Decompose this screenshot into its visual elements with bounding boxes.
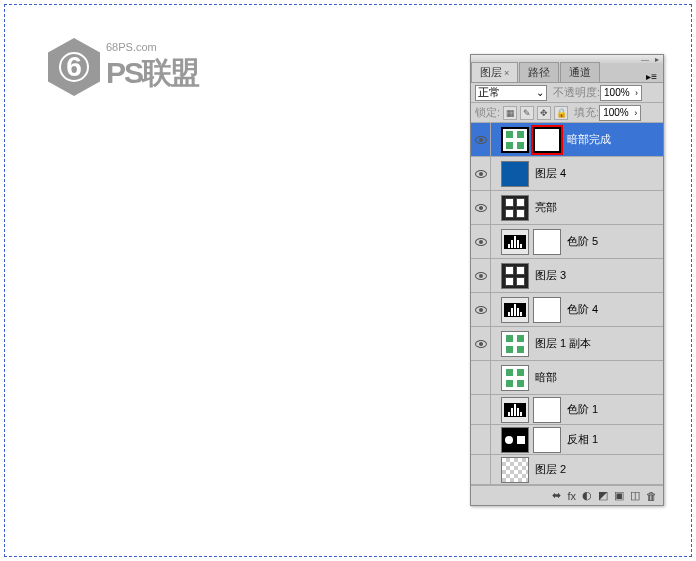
visibility-toggle[interactable] xyxy=(471,225,491,258)
logo-url: 68PS.com xyxy=(106,41,198,53)
eye-icon xyxy=(475,238,487,246)
layer-row[interactable]: 暗部完成 xyxy=(471,123,663,157)
panel-menu-icon[interactable]: ▸≡ xyxy=(640,71,663,82)
layer-thumbnail[interactable] xyxy=(501,365,529,391)
layer-mask-thumbnail[interactable] xyxy=(533,229,561,255)
visibility-toggle[interactable] xyxy=(471,157,491,190)
eye-icon xyxy=(475,170,487,178)
eye-icon xyxy=(475,204,487,212)
layer-name-label[interactable]: 暗部 xyxy=(535,370,557,385)
layer-row[interactable]: 色阶 4 xyxy=(471,293,663,327)
layers-footer: ⬌ fx ◐ ◩ ▣ ◫ 🗑 xyxy=(471,485,663,505)
layer-row[interactable]: 色阶 5 xyxy=(471,225,663,259)
visibility-toggle[interactable] xyxy=(471,327,491,360)
lock-fill-row: 锁定: ▦ ✎ ✥ 🔒 填充: 100% xyxy=(471,103,663,123)
lock-icons: ▦ ✎ ✥ 🔒 xyxy=(503,106,568,120)
blend-opacity-row: 正常 不透明度: 100% xyxy=(471,83,663,103)
layer-name-label[interactable]: 色阶 5 xyxy=(567,234,598,249)
layers-panel: — ▸ 图层× 路径 通道 ▸≡ 正常 不透明度: 100% 锁定: ▦ ✎ ✥… xyxy=(470,54,664,506)
tab-close-icon[interactable]: × xyxy=(504,68,509,78)
layer-thumbnail[interactable] xyxy=(501,331,529,357)
eye-icon xyxy=(475,340,487,348)
visibility-toggle[interactable] xyxy=(471,395,491,424)
layer-thumbnail[interactable] xyxy=(501,263,529,289)
layer-name-label[interactable]: 暗部完成 xyxy=(567,132,611,147)
layer-name-label[interactable]: 亮部 xyxy=(535,200,557,215)
fill-label: 填充: xyxy=(574,105,599,120)
layer-thumbnail[interactable] xyxy=(501,297,529,323)
new-layer-icon[interactable]: ◫ xyxy=(630,489,640,502)
visibility-toggle[interactable] xyxy=(471,259,491,292)
layer-thumbnail[interactable] xyxy=(501,195,529,221)
layer-row[interactable]: 反相 1 xyxy=(471,425,663,455)
visibility-toggle[interactable] xyxy=(471,293,491,326)
tab-paths[interactable]: 路径 xyxy=(519,62,559,82)
layer-thumbnail[interactable] xyxy=(501,229,529,255)
panel-tabs: 图层× 路径 通道 ▸≡ xyxy=(471,63,663,83)
lock-transparency-icon[interactable]: ▦ xyxy=(503,106,517,120)
layer-thumbnail[interactable] xyxy=(501,161,529,187)
expand-icon[interactable]: ▸ xyxy=(655,55,659,64)
visibility-toggle[interactable] xyxy=(471,191,491,224)
layer-mask-thumbnail[interactable] xyxy=(533,127,561,153)
layer-mask-thumbnail[interactable] xyxy=(533,297,561,323)
layer-mask-thumbnail[interactable] xyxy=(533,397,561,423)
visibility-toggle[interactable] xyxy=(471,123,491,156)
layer-row[interactable]: 暗部 xyxy=(471,361,663,395)
link-layers-icon[interactable]: ⬌ xyxy=(552,489,561,502)
eye-icon xyxy=(475,306,487,314)
visibility-toggle[interactable] xyxy=(471,425,491,454)
layer-row[interactable]: 图层 4 xyxy=(471,157,663,191)
layer-name-label[interactable]: 色阶 4 xyxy=(567,302,598,317)
layer-row[interactable]: 色阶 1 xyxy=(471,395,663,425)
logo-hexagon: 6 xyxy=(48,38,100,96)
layer-name-label[interactable]: 反相 1 xyxy=(567,432,598,447)
group-icon[interactable]: ▣ xyxy=(614,489,624,502)
minimize-icon[interactable]: — xyxy=(641,55,649,64)
layer-name-label[interactable]: 图层 3 xyxy=(535,268,566,283)
visibility-toggle[interactable] xyxy=(471,455,491,484)
layer-mask-thumbnail[interactable] xyxy=(533,427,561,453)
eye-icon xyxy=(475,136,487,144)
layers-list: 暗部完成图层 4亮部色阶 5图层 3色阶 4图层 1 副本暗部色阶 1反相 1图… xyxy=(471,123,663,485)
layer-thumbnail[interactable] xyxy=(501,427,529,453)
layer-name-label[interactable]: 色阶 1 xyxy=(567,402,598,417)
layer-thumbnail[interactable] xyxy=(501,397,529,423)
layer-row[interactable]: 亮部 xyxy=(471,191,663,225)
layer-row[interactable]: 图层 2 xyxy=(471,455,663,485)
visibility-toggle[interactable] xyxy=(471,361,491,394)
tab-layers[interactable]: 图层× xyxy=(471,62,518,82)
delete-layer-icon[interactable]: 🗑 xyxy=(646,490,657,502)
mask-icon[interactable]: ◐ xyxy=(582,489,592,502)
layer-thumbnail[interactable] xyxy=(501,127,529,153)
watermark-logo: 6 68PS.com PS联盟 xyxy=(48,38,198,96)
opacity-label: 不透明度: xyxy=(553,85,600,100)
eye-icon xyxy=(475,272,487,280)
tab-channels[interactable]: 通道 xyxy=(560,62,600,82)
adjustment-icon[interactable]: ◩ xyxy=(598,489,608,502)
layer-name-label[interactable]: 图层 4 xyxy=(535,166,566,181)
lock-label: 锁定: xyxy=(475,105,500,120)
logo-brand: PS联盟 xyxy=(106,53,198,94)
layer-name-label[interactable]: 图层 1 副本 xyxy=(535,336,591,351)
logo-6-icon: 6 xyxy=(59,52,89,82)
lock-pixels-icon[interactable]: ✎ xyxy=(520,106,534,120)
layer-row[interactable]: 图层 1 副本 xyxy=(471,327,663,361)
layer-thumbnail[interactable] xyxy=(501,457,529,483)
blend-mode-select[interactable]: 正常 xyxy=(475,85,547,101)
layer-name-label[interactable]: 图层 2 xyxy=(535,462,566,477)
layer-row[interactable]: 图层 3 xyxy=(471,259,663,293)
fill-input[interactable]: 100% xyxy=(599,105,641,121)
lock-position-icon[interactable]: ✥ xyxy=(537,106,551,120)
fx-icon[interactable]: fx xyxy=(567,490,576,502)
lock-all-icon[interactable]: 🔒 xyxy=(554,106,568,120)
opacity-input[interactable]: 100% xyxy=(600,85,642,101)
